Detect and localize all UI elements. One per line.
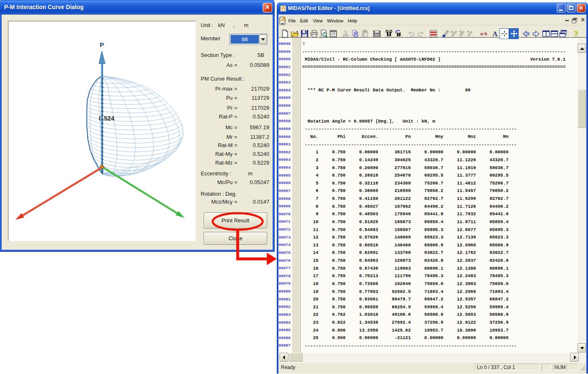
svg-text:a·b: a·b <box>480 31 487 36</box>
svg-text:A: A <box>492 30 498 38</box>
svg-text:P: P <box>100 41 104 48</box>
svg-text:?: ? <box>574 30 578 38</box>
